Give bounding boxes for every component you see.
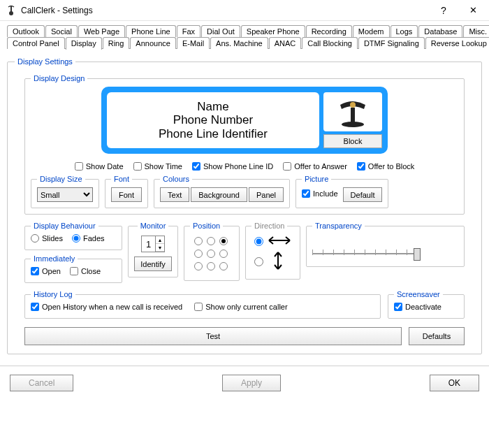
tab-speaker-phone[interactable]: Speaker Phone: [241, 25, 305, 37]
close-button[interactable]: ✕: [458, 0, 489, 21]
display-size-select[interactable]: SmallMediumLarge: [37, 187, 93, 202]
tab-display[interactable]: Display: [66, 37, 102, 50]
position-option-2[interactable]: [219, 237, 228, 245]
tab-ring[interactable]: Ring: [103, 37, 130, 49]
svg-point-1: [9, 11, 13, 15]
preview-line-name: Name: [110, 100, 316, 114]
position-group: Position: [184, 222, 240, 281]
direction-group: Direction: [245, 222, 300, 280]
cancel-button[interactable]: Cancel: [10, 375, 73, 391]
monitor-down-icon[interactable]: ▼: [156, 244, 164, 252]
display-settings-group: Display Settings Display Design Name Pho…: [7, 57, 482, 354]
preview-picture: [323, 92, 382, 131]
tab-misc-[interactable]: Misc.: [463, 25, 489, 37]
test-button[interactable]: Test: [24, 327, 402, 345]
tab-dial-out[interactable]: Dial Out: [201, 25, 240, 37]
offer-to-answer-checkbox[interactable]: Offer to Answer: [283, 162, 347, 171]
display-design-group: Display Design Name Phone Number Phone L…: [24, 74, 465, 215]
svg-rect-3: [351, 108, 355, 123]
tab-strip: OutlookSocialWeb PagePhone LineFaxDial O…: [7, 25, 482, 49]
offer-to-block-checkbox[interactable]: Offer to Block: [357, 162, 414, 171]
preview-block-button[interactable]: Block: [323, 134, 382, 148]
arrow-vertical-icon: [273, 251, 283, 272]
arrow-horizontal-icon: [268, 236, 291, 247]
position-option-7[interactable]: [207, 262, 215, 270]
preview-text-panel: Name Phone Number Phone Line Identifier: [107, 92, 319, 148]
transparency-slider[interactable]: [312, 247, 417, 261]
picture-include-checkbox[interactable]: Include: [302, 189, 337, 198]
defaults-button[interactable]: Defaults: [409, 327, 465, 345]
tab-outlook[interactable]: Outlook: [7, 25, 45, 37]
tab-database[interactable]: Database: [418, 25, 462, 37]
tab-anac[interactable]: ANAC: [269, 37, 302, 49]
display-size-group: Display Size SmallMediumLarge: [31, 175, 99, 208]
tab-e-mail[interactable]: E-Mail: [177, 37, 210, 49]
font-button[interactable]: Font: [111, 187, 142, 202]
preview-line-identifier: Phone Line Identifier: [110, 127, 316, 141]
tab-recording[interactable]: Recording: [306, 25, 352, 37]
behaviour-slides-radio[interactable]: Slides: [31, 234, 63, 243]
position-option-3[interactable]: [194, 250, 203, 258]
colours-group: Colours Text Background Panel: [154, 175, 290, 208]
behaviour-fades-radio[interactable]: Fades: [72, 234, 105, 243]
tab-modem[interactable]: Modem: [353, 25, 390, 37]
display-preview: Name Phone Number Phone Line Identifier: [101, 87, 388, 154]
direction-horizontal-radio[interactable]: [254, 237, 263, 246]
history-log-group: History Log Open History when a new call…: [24, 290, 381, 319]
immediately-open-checkbox[interactable]: Open: [31, 267, 61, 275]
picture-default-button[interactable]: Default: [343, 187, 383, 202]
apply-button[interactable]: Apply: [222, 375, 281, 391]
transparency-thumb[interactable]: [414, 248, 421, 261]
show-phone-line-id-checkbox[interactable]: Show Phone Line ID: [192, 162, 273, 171]
display-settings-legend: Display Settings: [15, 57, 75, 66]
tab-ans-machine[interactable]: Ans. Machine: [210, 37, 268, 49]
immediately-group: Immediately Open Close: [24, 254, 122, 283]
identify-button[interactable]: Identify: [134, 256, 172, 271]
monitor-value: 1: [142, 236, 156, 252]
picture-group: Picture Include Default: [295, 175, 388, 208]
monitor-group: Monitor 1 ▲ ▼ Identify: [128, 222, 178, 277]
tab-dtmf-signaling[interactable]: DTMF Signaling: [358, 37, 425, 49]
titlebar: CallClerk - Settings ? ✕: [0, 0, 489, 21]
position-grid[interactable]: [190, 234, 233, 275]
window-title: CallClerk - Settings: [21, 6, 93, 15]
tab-social[interactable]: Social: [45, 25, 78, 37]
tab-phone-line[interactable]: Phone Line: [126, 25, 176, 37]
preview-line-number: Phone Number: [110, 113, 316, 127]
tab-web-page[interactable]: Web Page: [78, 25, 125, 37]
ok-button[interactable]: OK: [430, 375, 479, 391]
colour-panel-button[interactable]: Panel: [249, 187, 284, 202]
history-only-current-checkbox[interactable]: Show only current caller: [194, 303, 287, 311]
history-open-checkbox[interactable]: Open History when a new call is received: [31, 303, 182, 311]
tab-control-panel[interactable]: Control Panel: [7, 37, 65, 49]
position-option-4[interactable]: [207, 250, 215, 258]
immediately-close-checkbox[interactable]: Close: [70, 267, 101, 275]
direction-vertical-radio[interactable]: [254, 257, 263, 266]
tab-fax[interactable]: Fax: [177, 25, 200, 37]
screensaver-group: Screensaver Deactivate: [388, 290, 465, 319]
dialog-button-bar: Cancel Apply OK: [0, 366, 489, 400]
transparency-group: Transparency: [306, 222, 465, 267]
position-option-6[interactable]: [194, 262, 203, 270]
monitor-spinner[interactable]: 1 ▲ ▼: [141, 236, 165, 252]
svg-point-4: [350, 102, 356, 108]
tab-reverse-lookup[interactable]: Reverse Lookup: [425, 37, 489, 49]
help-button[interactable]: ?: [430, 0, 458, 21]
show-date-checkbox[interactable]: Show Date: [75, 162, 124, 171]
app-icon: [6, 5, 17, 16]
display-design-legend: Display Design: [31, 74, 87, 82]
position-option-5[interactable]: [219, 250, 228, 258]
screensaver-deactivate-checkbox[interactable]: Deactivate: [394, 303, 441, 311]
tab-announce[interactable]: Announce: [130, 37, 176, 49]
position-option-0[interactable]: [194, 237, 203, 245]
colour-text-button[interactable]: Text: [160, 187, 189, 202]
colour-background-button[interactable]: Background: [191, 187, 247, 202]
position-option-8[interactable]: [219, 262, 228, 270]
tab-logs[interactable]: Logs: [391, 25, 418, 37]
position-option-1[interactable]: [207, 237, 215, 245]
tab-call-blocking[interactable]: Call Blocking: [302, 37, 358, 49]
show-time-checkbox[interactable]: Show Time: [133, 162, 182, 171]
display-behaviour-group: Display Behaviour Slides Fades: [24, 222, 122, 250]
monitor-up-icon[interactable]: ▲: [156, 236, 164, 244]
font-group: Font Font: [105, 175, 148, 208]
